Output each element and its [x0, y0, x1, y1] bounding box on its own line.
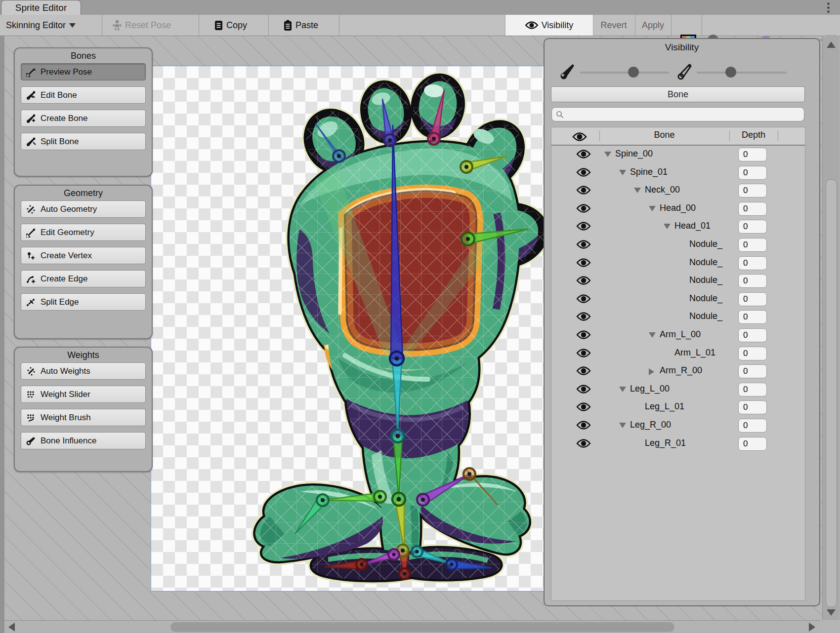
- auto-weights-button[interactable]: Auto Weights: [21, 362, 146, 380]
- bone-row-arm_l_01-11[interactable]: Arm_L_01: [551, 345, 805, 362]
- create-vertex-button[interactable]: Create Vertex: [21, 247, 146, 264]
- visibility-eye-icon[interactable]: [576, 311, 591, 323]
- depth-input[interactable]: [738, 437, 767, 451]
- depth-input[interactable]: [738, 328, 767, 342]
- depth-input[interactable]: [738, 310, 767, 324]
- bone-row-nodule-9[interactable]: Nodule_: [551, 308, 805, 326]
- weight-slider-button[interactable]: Weight Slider: [21, 386, 146, 403]
- expander-collapse-icon[interactable]: [604, 152, 611, 157]
- visibility-eye-icon[interactable]: [576, 420, 591, 432]
- edit-geometry-button[interactable]: Edit Geometry: [21, 224, 146, 241]
- depth-input[interactable]: [738, 220, 767, 234]
- bone-opacity-slider-knob[interactable]: [628, 67, 639, 78]
- depth-input[interactable]: [738, 166, 767, 180]
- revert-button[interactable]: Revert: [592, 15, 635, 36]
- visibility-eye-icon[interactable]: [576, 239, 591, 251]
- column-header-depth[interactable]: Depth: [729, 130, 778, 140]
- bone-row-spine_00-0[interactable]: Spine_00: [551, 146, 805, 163]
- column-header-bone[interactable]: Bone: [599, 130, 729, 140]
- depth-input[interactable]: [738, 274, 767, 288]
- mesh-opacity-slider-knob[interactable]: [725, 67, 736, 78]
- bone-search-field[interactable]: [551, 107, 804, 121]
- bone-row-neck_00-2[interactable]: Neck_00: [551, 182, 805, 199]
- visibility-eye-icon[interactable]: [576, 329, 591, 341]
- bone-opacity-slider-track[interactable]: [580, 72, 669, 74]
- depth-input[interactable]: [738, 292, 767, 306]
- split-edge-button[interactable]: Split Edge: [21, 293, 146, 311]
- horizontal-scrollbar[interactable]: [4, 620, 820, 633]
- expander-collapse-icon[interactable]: [649, 332, 656, 338]
- create-edge-button[interactable]: Create Edge: [21, 270, 146, 287]
- vertical-scrollbar[interactable]: [822, 36, 840, 620]
- bone-row-spine_01-1[interactable]: Spine_01: [551, 164, 805, 182]
- visibility-eye-icon[interactable]: [576, 365, 591, 377]
- reset-pose-button[interactable]: Reset Pose: [113, 15, 171, 36]
- bone-row-nodule-5[interactable]: Nodule_: [551, 236, 805, 254]
- bone-influence-button[interactable]: Bone Influence: [21, 432, 146, 449]
- depth-input[interactable]: [738, 364, 767, 378]
- scroll-down-icon[interactable]: [827, 609, 836, 616]
- expander-collapse-icon[interactable]: [634, 188, 641, 193]
- tab-sprite-editor[interactable]: Sprite Editor: [1, 0, 81, 15]
- bone-row-head_00-3[interactable]: Head_00: [551, 200, 805, 218]
- mesh-opacity-slider-track[interactable]: [697, 72, 787, 74]
- expander-collapse-icon[interactable]: [649, 206, 656, 211]
- split-bone-button[interactable]: Split Bone: [21, 133, 146, 150]
- sprite-canvas[interactable]: [151, 66, 544, 592]
- visibility-eye-icon[interactable]: [576, 167, 591, 179]
- visibility-eye-icon[interactable]: [576, 401, 591, 413]
- scroll-left-icon[interactable]: [8, 623, 15, 632]
- bone-row-leg_l_00-13[interactable]: Leg_L_00: [551, 381, 805, 398]
- kebab-menu-icon[interactable]: [823, 1, 833, 14]
- expander-collapse-icon[interactable]: [619, 423, 626, 428]
- depth-input[interactable]: [738, 184, 767, 198]
- visibility-eye-icon[interactable]: [576, 438, 591, 450]
- depth-input[interactable]: [738, 383, 767, 396]
- expander-collapse-icon[interactable]: [664, 224, 671, 229]
- bone-row-leg_l_01-14[interactable]: Leg_L_01: [551, 398, 805, 416]
- bone-row-leg_r_00-15[interactable]: Leg_R_00: [551, 417, 805, 435]
- horizontal-scrollbar-thumb[interactable]: [170, 622, 674, 632]
- visibility-eye-icon[interactable]: [576, 384, 591, 396]
- expander-collapse-icon[interactable]: [619, 387, 626, 392]
- visibility-eye-icon[interactable]: [576, 348, 591, 359]
- bone-row-leg_r_01-16[interactable]: Leg_R_01: [551, 435, 805, 453]
- visibility-eye-icon[interactable]: [576, 221, 591, 233]
- expander-expand-icon[interactable]: [649, 368, 654, 375]
- visibility-eye-icon[interactable]: [576, 185, 591, 197]
- tab-bone[interactable]: Bone: [551, 86, 805, 102]
- search-input[interactable]: [567, 110, 804, 119]
- depth-input[interactable]: [738, 400, 767, 414]
- scroll-right-icon[interactable]: [809, 623, 815, 632]
- bone-row-arm_r_00-12[interactable]: Arm_R_00: [551, 362, 805, 380]
- weight-brush-button[interactable]: Weight Brush: [21, 409, 146, 426]
- visibility-eye-icon[interactable]: [576, 257, 591, 269]
- visibility-eye-icon[interactable]: [576, 149, 591, 160]
- create-bone-button[interactable]: Create Bone: [21, 110, 146, 127]
- visibility-eye-icon[interactable]: [576, 293, 591, 305]
- visibility-eye-icon[interactable]: [576, 275, 591, 287]
- auto-geometry-button[interactable]: Auto Geometry: [21, 200, 146, 218]
- depth-input[interactable]: [738, 347, 767, 360]
- bone-row-nodule-7[interactable]: Nodule_: [551, 272, 805, 290]
- paste-button[interactable]: Paste: [284, 15, 318, 36]
- depth-input[interactable]: [738, 148, 767, 161]
- depth-input[interactable]: [738, 419, 767, 433]
- edit-bone-button[interactable]: Edit Bone: [21, 86, 146, 104]
- apply-button[interactable]: Apply: [635, 15, 671, 36]
- expander-collapse-icon[interactable]: [619, 170, 626, 175]
- preview-pose-button[interactable]: Preview Pose: [21, 63, 146, 80]
- bone-row-arm_l_00-10[interactable]: Arm_L_00: [551, 326, 805, 344]
- copy-button[interactable]: Copy: [214, 15, 247, 36]
- depth-input[interactable]: [738, 202, 767, 216]
- visibility-toggle-button[interactable]: Visibility: [505, 15, 593, 36]
- vertical-scrollbar-thumb[interactable]: [826, 179, 837, 607]
- bone-row-nodule-6[interactable]: Nodule_: [551, 254, 805, 272]
- skinning-editor-dropdown[interactable]: Skinning Editor: [6, 15, 76, 36]
- depth-input[interactable]: [738, 256, 767, 270]
- scroll-up-icon[interactable]: [827, 41, 836, 48]
- bone-row-nodule-8[interactable]: Nodule_: [551, 290, 805, 308]
- visibility-eye-icon[interactable]: [576, 203, 591, 215]
- depth-input[interactable]: [738, 238, 767, 252]
- bone-row-head_01-4[interactable]: Head_01: [551, 218, 805, 236]
